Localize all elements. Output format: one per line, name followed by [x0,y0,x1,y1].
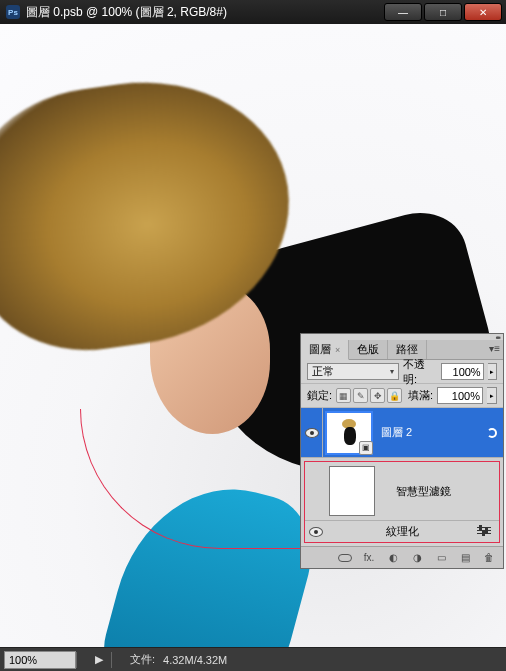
link-layers-icon[interactable] [337,551,353,565]
blend-row: 正常 ▾ 不透明: 100% ▸ [301,360,503,384]
panel-menu-button[interactable]: ▾≡ [489,343,500,354]
status-bar: 100% ▶ 文件: 4.32M/4.32M [0,647,506,671]
layers-panel-footer: fx. ◐ ◑ ▭ ▤ 🗑 [301,546,503,568]
fill-flyout-icon[interactable]: ▸ [487,387,497,404]
lock-icons: ▦ ✎ ✥ 🔒 [336,388,402,403]
divider [111,652,112,668]
smart-filters-label: 智慧型濾鏡 [396,484,451,499]
tab-label: 圖層 [309,342,331,357]
layers-panel: ▪▪▪▪ 圖層 × 色版 路徑 ▾≡ 正常 ▾ 不透明: 100% ▸ 鎖定: … [300,333,504,569]
smart-filter-header[interactable]: 智慧型濾鏡 [305,462,499,520]
lock-all-icon[interactable]: 🔒 [387,388,402,403]
opacity-flyout-icon[interactable]: ▸ [488,363,497,380]
window-title: 圖層 0.psb @ 100% (圖層 2, RGB/8#) [26,4,384,21]
panel-tabs: 圖層 × 色版 路徑 ▾≡ [301,340,503,360]
fill-input[interactable]: 100% [437,387,483,404]
window-controls: — □ ✕ [384,3,506,21]
adjustment-layer-icon[interactable]: ◑ [409,551,425,565]
eye-icon [309,527,323,537]
tab-layers[interactable]: 圖層 × [301,340,349,360]
doc-size-value: 4.32M/4.32M [163,654,227,666]
eye-icon [305,428,319,438]
layer-fx-icon[interactable]: fx. [361,551,377,565]
filter-options-icon[interactable] [477,527,491,537]
group-icon[interactable]: ▭ [433,551,449,565]
visibility-toggle[interactable] [301,408,323,457]
thumbnail-content [338,419,360,447]
smart-filter-indicator-icon [487,428,497,438]
tab-close-icon[interactable]: × [335,345,340,355]
layers-list: ▣ 圖層 2 智慧型濾鏡 紋理化 [301,408,503,543]
filter-name: 紋理化 [327,524,477,539]
smart-filters-group: 智慧型濾鏡 紋理化 [304,461,500,543]
visibility-toggle[interactable] [305,521,327,542]
opacity-input[interactable]: 100% [441,363,484,380]
new-layer-icon[interactable]: ▤ [457,551,473,565]
window-titlebar: Ps 圖層 0.psb @ 100% (圖層 2, RGB/8#) — □ ✕ [0,0,506,24]
opacity-label: 不透明: [403,357,437,387]
fill-label: 填滿: [408,388,433,403]
chevron-down-icon: ▾ [390,367,394,376]
trash-icon[interactable]: 🗑 [481,551,497,565]
minimize-button[interactable]: — [384,3,422,21]
lock-label: 鎖定: [307,388,332,403]
smart-object-icon: ▣ [359,441,373,455]
layer-thumbnail[interactable]: ▣ [326,412,372,454]
layer-row[interactable]: ▣ 圖層 2 [301,408,503,458]
lock-pixels-icon[interactable]: ✎ [353,388,368,403]
blend-mode-select[interactable]: 正常 ▾ [307,363,399,380]
doc-size-label: 文件: [122,652,163,667]
tab-channels[interactable]: 色版 [349,340,388,359]
maximize-button[interactable]: □ [424,3,462,21]
lock-transparency-icon[interactable]: ▦ [336,388,351,403]
lock-row: 鎖定: ▦ ✎ ✥ 🔒 填滿: 100% ▸ [301,384,503,408]
zoom-input[interactable]: 100% [4,651,76,669]
layer-mask-icon[interactable]: ◐ [385,551,401,565]
filter-mask-thumbnail[interactable] [329,466,375,516]
app-icon: Ps [6,5,20,19]
blend-mode-value: 正常 [312,364,334,379]
divider [76,652,77,668]
close-button[interactable]: ✕ [464,3,502,21]
smart-filter-item[interactable]: 紋理化 [305,520,499,542]
lock-position-icon[interactable]: ✥ [370,388,385,403]
tab-label: 路徑 [396,342,418,357]
tab-label: 色版 [357,342,379,357]
layer-name[interactable]: 圖層 2 [381,425,412,440]
status-arrow[interactable]: ▶ [87,653,111,666]
